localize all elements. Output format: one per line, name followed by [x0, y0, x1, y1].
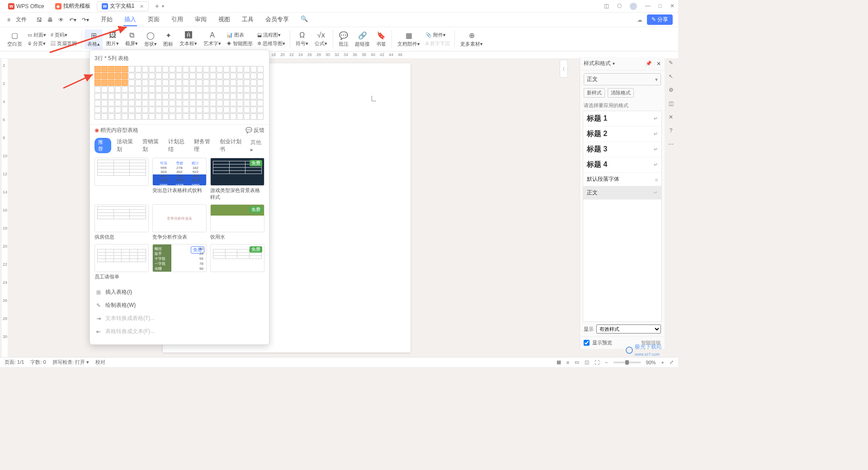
- btn-mindmap[interactable]: ✲ 思维导图▾: [257, 40, 285, 47]
- template-item[interactable]: 供房信息: [94, 204, 149, 240]
- undo-icon[interactable]: ↶▾: [67, 15, 78, 24]
- zoom-in-button[interactable]: +: [661, 360, 664, 365]
- tab-view[interactable]: 视图: [217, 14, 231, 26]
- tab-document[interactable]: W文字文稿1×: [97, 1, 149, 11]
- tab-reference[interactable]: 引用: [170, 14, 184, 26]
- pencil-icon[interactable]: ✎: [669, 60, 673, 66]
- tab-templates[interactable]: ◆找稻壳模板: [51, 1, 95, 11]
- show-select[interactable]: 有效样式: [596, 324, 661, 334]
- print-preview-icon[interactable]: 👁: [57, 15, 66, 24]
- status-words[interactable]: 字数: 0: [30, 359, 46, 366]
- help-icon[interactable]: ?: [670, 127, 673, 134]
- btn-blank[interactable]: ▢空白页: [5, 29, 25, 49]
- save-icon[interactable]: 🖫: [35, 15, 44, 24]
- btn-screenshot[interactable]: ⧉截屏▾: [123, 29, 141, 49]
- btn-chart[interactable]: 📊 图表: [226, 32, 253, 38]
- btn-header[interactable]: ▤ 页眉页脚: [51, 40, 77, 47]
- cat-5[interactable]: 创业计划书: [220, 138, 245, 153]
- tab-member[interactable]: 会员专享: [264, 14, 290, 26]
- maximize-button[interactable]: □: [659, 3, 662, 10]
- view-mode-icon[interactable]: ▦: [557, 359, 561, 365]
- new-tab-button[interactable]: +: [155, 2, 159, 10]
- tab-tools[interactable]: 工具: [241, 14, 255, 26]
- style-item[interactable]: 标题 3↵: [583, 142, 661, 157]
- tab-insert[interactable]: 插入: [123, 14, 137, 26]
- btn-pagenum[interactable]: # 页码▾: [51, 32, 77, 38]
- cat-3[interactable]: 计划总结: [168, 138, 189, 153]
- new-style-button[interactable]: 新样式: [584, 88, 605, 98]
- collapse-panel-button[interactable]: ⟨: [560, 60, 568, 78]
- style-item[interactable]: 标题 4↵: [583, 157, 661, 173]
- cat-2[interactable]: 营销策划: [142, 138, 163, 153]
- view-outline-icon[interactable]: ≡: [566, 360, 569, 365]
- btn-section[interactable]: ⤋ 分页▾: [28, 40, 46, 47]
- share-button[interactable]: ✎ 分享: [647, 14, 673, 25]
- tab-menu-icon[interactable]: ▾: [162, 4, 164, 9]
- btn-table[interactable]: ⊞表格▴: [85, 29, 103, 49]
- cat-more[interactable]: 其他 ▸: [250, 139, 264, 153]
- zoom-level[interactable]: 90%: [646, 360, 656, 365]
- feedback-link[interactable]: 💬 反馈: [245, 127, 264, 134]
- style-item[interactable]: 默认段落字体a: [583, 173, 661, 186]
- btn-shape[interactable]: ◯形状▾: [142, 29, 160, 49]
- style-item[interactable]: 标题 2↵: [583, 127, 661, 142]
- template-item[interactable]: 免费: [210, 244, 264, 280]
- menu-draw-table[interactable]: ✎绘制表格(W): [90, 299, 269, 312]
- template-item[interactable]: 可乐雪碧橙汁5552781823034025224241633641212103…: [152, 158, 207, 201]
- menu-insert-table[interactable]: ⊞插入表格(I): [90, 286, 269, 299]
- preview-checkbox[interactable]: [584, 340, 590, 346]
- close-icon[interactable]: ×: [140, 3, 143, 10]
- tab-app[interactable]: WWPS Office: [4, 1, 49, 11]
- close-window-button[interactable]: ✕: [670, 3, 675, 10]
- status-spell[interactable]: 拼写检查: 打开 ▾: [52, 359, 89, 366]
- btn-more[interactable]: ⊕更多素材▾: [458, 29, 486, 49]
- template-item[interactable]: 免费游戏类型深色背景表格样式: [210, 158, 264, 201]
- hamburger-icon[interactable]: ≡: [5, 15, 12, 24]
- tab-review[interactable]: 审阅: [194, 14, 208, 26]
- fit-icon[interactable]: ⛶: [594, 360, 599, 365]
- more-tools-icon[interactable]: ⋯: [668, 141, 674, 147]
- avatar-icon[interactable]: [630, 3, 637, 10]
- search-icon[interactable]: 🔍: [300, 14, 309, 26]
- btn-bookmark[interactable]: 🔖书签: [373, 29, 389, 49]
- print-icon[interactable]: 🖶: [46, 15, 55, 24]
- btn-symbol[interactable]: Ω符号▾: [293, 29, 311, 49]
- btn-flowchart[interactable]: ⬓ 流程图▾: [257, 32, 285, 38]
- template-item[interactable]: 免费饮用水: [210, 204, 264, 240]
- clear-format-button[interactable]: 清除格式: [608, 88, 634, 98]
- zoom-out-button[interactable]: −: [605, 360, 608, 365]
- template-item[interactable]: [94, 158, 149, 201]
- view-web-icon[interactable]: ◫: [585, 359, 589, 365]
- settings-icon[interactable]: ⚙: [669, 87, 674, 93]
- cat-4[interactable]: 财务管理: [194, 138, 214, 153]
- tab-page[interactable]: 页面: [147, 14, 160, 26]
- btn-dropcap[interactable]: A 首字下沉: [425, 40, 450, 47]
- btn-iconlib[interactable]: ✦图标: [160, 29, 176, 49]
- btn-textbox[interactable]: 🅰文本框▾: [177, 29, 200, 49]
- cloud-icon[interactable]: ☁: [637, 17, 642, 23]
- btn-smartart[interactable]: ◈ 智能图形: [226, 40, 253, 47]
- table-size-grid[interactable]: [90, 63, 269, 122]
- status-proof[interactable]: 校对: [95, 359, 105, 366]
- style-item[interactable]: 正文↵: [583, 186, 661, 200]
- btn-cover[interactable]: ▭ 封面▾: [28, 32, 46, 38]
- cat-recommend[interactable]: 推荐: [94, 138, 111, 153]
- template-item[interactable]: 免费螺丝扳手十字批一字批尖嘴4222557890: [152, 244, 207, 280]
- cursor-icon[interactable]: ↖: [669, 73, 673, 80]
- btn-equation[interactable]: √x公式▾: [312, 29, 330, 49]
- close-panel-icon[interactable]: ✕: [656, 61, 661, 67]
- tools-icon[interactable]: ✕: [669, 114, 673, 120]
- minimize-button[interactable]: —: [645, 3, 651, 10]
- style-item[interactable]: 标题 1↵: [583, 111, 661, 127]
- btn-wordart[interactable]: A艺术字▾: [201, 29, 224, 49]
- current-style-select[interactable]: 正文▾: [584, 73, 661, 85]
- cube-icon[interactable]: ⬡: [617, 3, 622, 10]
- view-read-icon[interactable]: ▭: [575, 359, 579, 365]
- pin-icon[interactable]: 📌: [646, 61, 652, 66]
- layers-icon[interactable]: ◫: [669, 100, 674, 107]
- btn-attachment[interactable]: 📎 附件▾: [425, 32, 450, 38]
- file-menu[interactable]: 文件: [14, 14, 28, 25]
- tab-start[interactable]: 开始: [100, 14, 113, 26]
- expand-icon[interactable]: ⤢: [670, 359, 674, 365]
- zoom-slider[interactable]: [613, 362, 641, 363]
